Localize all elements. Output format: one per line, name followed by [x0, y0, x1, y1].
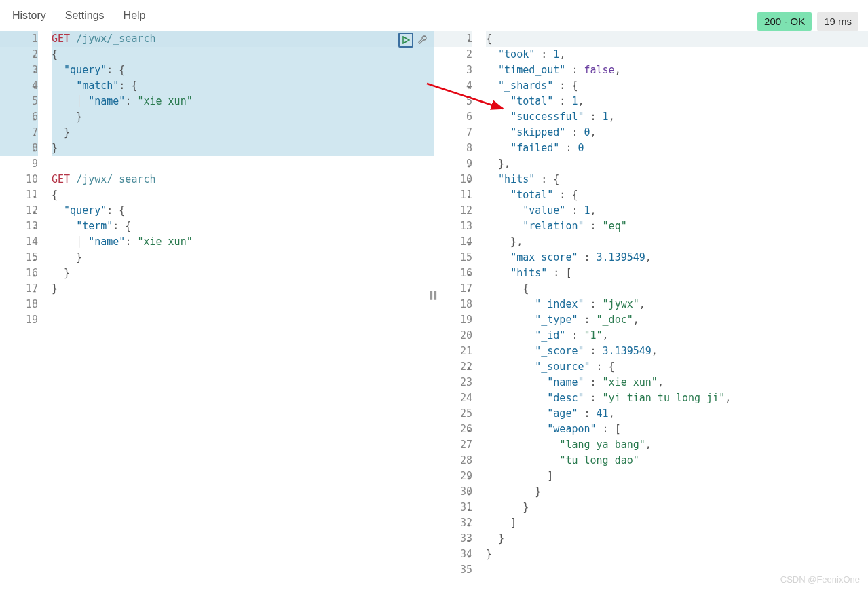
code-line[interactable]: "_score" : 3.139549, — [486, 344, 868, 359]
code-line[interactable]: "_source" : { — [486, 359, 868, 375]
code-line[interactable]: } — [52, 125, 434, 141]
code-line[interactable] — [52, 312, 434, 328]
code-line[interactable]: GET /jywx/_search — [52, 172, 434, 187]
fold-toggle[interactable]: ▴ — [466, 548, 472, 564]
code-line[interactable]: GET /jywx/_search — [52, 31, 434, 47]
fold-toggle[interactable]: ▴ — [466, 517, 472, 532]
code-line[interactable]: "failed" : 0 — [486, 141, 868, 156]
fold-toggle[interactable]: ▴ — [466, 532, 472, 548]
code-line[interactable]: "_shards" : { — [486, 78, 868, 94]
code-line[interactable] — [52, 297, 434, 312]
fold-toggle[interactable]: ▴ — [31, 142, 38, 158]
menu-help[interactable]: Help — [124, 10, 146, 22]
code-line[interactable]: "_type" : "_doc", — [486, 312, 868, 328]
line-number: 24 — [434, 390, 472, 406]
code-line[interactable]: "age" : 41, — [486, 406, 868, 422]
fold-toggle[interactable]: ▾ — [31, 48, 38, 64]
code-line[interactable]: } — [486, 547, 868, 562]
code-line[interactable]: "desc" : "yi tian tu long ji", — [486, 390, 868, 406]
fold-toggle[interactable]: ▾ — [466, 282, 472, 298]
code-line[interactable]: "_id" : "1", — [486, 328, 868, 344]
pane-divider[interactable]: ▍▍ — [430, 291, 438, 299]
code-line[interactable]: "match": { — [52, 78, 434, 94]
line-number: 13 — [434, 219, 472, 234]
fold-toggle[interactable]: ▾ — [31, 79, 38, 95]
fold-toggle[interactable]: ▾ — [466, 361, 472, 376]
line-number: 16▾ — [434, 265, 472, 281]
fold-toggle[interactable]: ▴ — [466, 485, 472, 501]
code-line[interactable]: "total" : { — [486, 187, 868, 203]
code-line[interactable]: │ "name": "xie xun" — [52, 94, 434, 109]
query-toolbox — [398, 33, 430, 48]
code-line[interactable]: "tu long dao" — [486, 453, 868, 468]
fold-toggle[interactable]: ▴ — [466, 470, 472, 485]
line-number: 21 — [434, 344, 472, 359]
fold-toggle[interactable]: ▴ — [31, 267, 38, 282]
fold-toggle[interactable]: ▾ — [31, 220, 38, 236]
code-line[interactable]: "took" : 1, — [486, 47, 868, 62]
code-line[interactable]: } — [52, 265, 434, 281]
code-line[interactable]: "query": { — [52, 62, 434, 78]
watermark: CSDN @FeenixOne — [780, 574, 860, 585]
code-line[interactable]: } — [52, 141, 434, 156]
code-line[interactable]: { — [486, 31, 868, 47]
code-line[interactable]: ] — [486, 468, 868, 484]
fold-toggle[interactable]: ▾ — [466, 267, 472, 282]
code-line[interactable]: } — [486, 500, 868, 515]
fold-toggle[interactable]: ▾ — [466, 79, 472, 95]
line-number: 17▾ — [434, 281, 472, 297]
fold-toggle[interactable]: ▴ — [31, 126, 38, 142]
code-line[interactable]: "query": { — [52, 203, 434, 219]
request-editor[interactable]: 12▾3▾4▾56▴7▴8▴91011▾12▾13▾1415▴16▴17▴181… — [0, 31, 434, 590]
fold-toggle[interactable]: ▴ — [466, 236, 472, 251]
code-line[interactable]: } — [52, 109, 434, 125]
code-line[interactable]: } — [52, 250, 434, 265]
response-viewer[interactable]: 1▾234▾56789▴10▾11▾121314▴1516▾17▾1819202… — [434, 31, 868, 590]
code-line[interactable]: "successful" : 1, — [486, 109, 868, 125]
code-line[interactable]: │ "name": "xie xun" — [52, 234, 434, 250]
code-line[interactable]: "hits" : [ — [486, 265, 868, 281]
fold-toggle[interactable]: ▾ — [466, 33, 472, 48]
fold-toggle[interactable]: ▴ — [466, 501, 472, 517]
code-line[interactable]: "relation" : "eq" — [486, 219, 868, 234]
code-line[interactable]: "total" : 1, — [486, 94, 868, 109]
code-line[interactable]: { — [486, 281, 868, 297]
code-line[interactable]: "hits" : { — [486, 172, 868, 187]
line-number: 11▾ — [0, 187, 38, 203]
fold-toggle[interactable]: ▴ — [466, 158, 472, 173]
code-line[interactable]: } — [486, 484, 868, 500]
code-line[interactable]: "term": { — [52, 219, 434, 234]
line-number: 10 — [0, 172, 38, 187]
menu-settings[interactable]: Settings — [65, 10, 105, 22]
code-line[interactable]: { — [52, 187, 434, 203]
code-line[interactable]: "timed_out" : false, — [486, 62, 868, 78]
code-line[interactable]: } — [486, 531, 868, 547]
fold-toggle[interactable]: ▴ — [31, 251, 38, 267]
fold-toggle[interactable]: ▴ — [31, 282, 38, 298]
code-line[interactable]: "lang ya bang", — [486, 437, 868, 453]
run-query-button[interactable] — [398, 33, 413, 48]
code-line[interactable]: } — [52, 281, 434, 297]
menu-history[interactable]: History — [12, 10, 46, 22]
line-number: 35 — [434, 562, 472, 578]
fold-toggle[interactable]: ▾ — [31, 189, 38, 204]
code-line[interactable]: "skipped" : 0, — [486, 125, 868, 141]
code-line[interactable]: "weapon" : [ — [486, 422, 868, 437]
line-number: 6 — [434, 109, 472, 125]
fold-toggle[interactable]: ▾ — [466, 423, 472, 439]
code-line[interactable]: "value" : 1, — [486, 203, 868, 219]
code-line[interactable]: }, — [486, 156, 868, 172]
fold-toggle[interactable]: ▾ — [31, 64, 38, 79]
code-line[interactable] — [52, 156, 434, 172]
fold-toggle[interactable]: ▾ — [466, 173, 472, 189]
fold-toggle[interactable]: ▴ — [31, 111, 38, 126]
fold-toggle[interactable]: ▾ — [466, 189, 472, 204]
code-line[interactable]: ] — [486, 515, 868, 531]
wrench-button[interactable] — [415, 33, 430, 48]
code-line[interactable]: "_index" : "jywx", — [486, 297, 868, 312]
code-line[interactable]: "name" : "xie xun", — [486, 375, 868, 390]
code-line[interactable]: "max_score" : 3.139549, — [486, 250, 868, 265]
fold-toggle[interactable]: ▾ — [31, 204, 38, 220]
code-line[interactable]: { — [52, 47, 434, 62]
code-line[interactable]: }, — [486, 234, 868, 250]
